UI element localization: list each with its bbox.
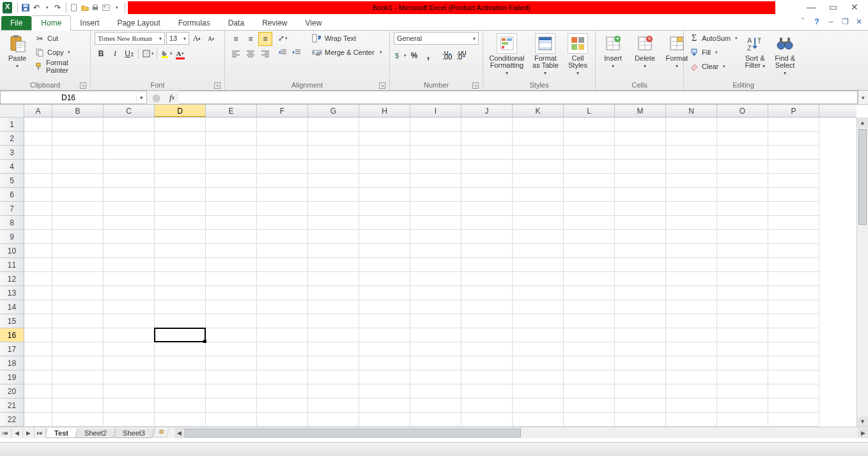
cell[interactable] [717,314,768,328]
cell[interactable] [615,216,666,230]
cell[interactable] [155,202,206,216]
cell[interactable] [410,356,461,370]
fill-color-button[interactable] [160,47,173,60]
cell[interactable] [52,370,104,384]
cell[interactable] [359,160,410,174]
cell[interactable] [24,188,52,202]
cell[interactable] [717,160,768,174]
cell[interactable] [717,188,768,202]
cell[interactable] [768,132,819,146]
cell[interactable] [52,399,104,413]
cell[interactable] [513,160,564,174]
cell[interactable] [564,132,615,146]
doc-minimize-icon[interactable]: – [826,17,836,27]
cell[interactable] [206,174,257,188]
tab-insert[interactable]: Insert [71,16,108,30]
merge-center-button[interactable]: aMerge & Center▾ [311,46,384,59]
increase-indent-icon[interactable] [290,46,303,59]
cell[interactable] [257,370,308,384]
cell[interactable] [359,399,410,413]
cell[interactable] [717,328,768,342]
cell[interactable] [52,413,104,427]
cell[interactable] [104,188,155,202]
cell[interactable] [52,160,104,174]
cell[interactable] [155,258,206,272]
cell[interactable] [257,160,308,174]
cell[interactable] [410,314,461,328]
cell[interactable] [24,146,52,160]
qat-open-icon[interactable] [80,2,89,13]
minimize-icon[interactable]: — [805,1,817,13]
cell[interactable] [666,328,717,342]
cell[interactable] [308,216,359,230]
cell[interactable] [104,216,155,230]
row-header[interactable]: 16 [0,328,24,342]
cell[interactable] [666,413,717,427]
cell[interactable] [308,413,359,427]
cell[interactable] [564,399,615,413]
scroll-left-icon[interactable]: ◀ [174,428,185,438]
cell[interactable] [206,258,257,272]
cell[interactable] [615,328,666,342]
cell[interactable] [513,146,564,160]
cell[interactable] [513,413,564,427]
cell[interactable] [257,146,308,160]
cell[interactable] [410,160,461,174]
cell[interactable] [155,328,206,342]
cell[interactable] [513,314,564,328]
cell[interactable] [564,342,615,356]
cell[interactable] [104,202,155,216]
doc-close-icon[interactable]: ✕ [854,17,864,27]
cell[interactable] [615,314,666,328]
paste-button[interactable]: Paste ▾ [4,32,31,70]
cell[interactable] [410,188,461,202]
comma-button[interactable]: , [422,49,435,62]
autosum-button[interactable]: ΣAutoSum▾ [688,32,739,45]
cell[interactable] [257,286,308,300]
row-header[interactable]: 2 [0,132,24,146]
cell[interactable] [717,356,768,370]
cell[interactable] [52,286,104,300]
cell[interactable] [359,314,410,328]
row-header[interactable]: 10 [0,244,24,258]
cell[interactable] [717,244,768,258]
cell[interactable] [768,342,819,356]
sheet-tab[interactable]: Test [45,429,77,438]
new-sheet-icon[interactable]: ✲ [153,427,169,437]
dialog-launcher-icon[interactable]: ↘ [214,82,221,89]
conditional-formatting-button[interactable]: ConditionalFormatting ▾ [487,32,527,78]
cell[interactable] [615,286,666,300]
cell[interactable] [24,132,52,146]
insert-cells-button[interactable]: + Insert▾ [600,32,626,70]
vertical-scrollbar[interactable]: ▲ ▼ [856,118,868,427]
help-icon[interactable]: ? [812,17,822,27]
column-header[interactable]: L [564,105,615,117]
cell[interactable] [206,399,257,413]
cell[interactable] [206,230,257,244]
cell[interactable] [564,146,615,160]
column-header[interactable]: E [206,105,257,117]
cell[interactable] [461,328,513,342]
cell[interactable] [513,216,564,230]
cell[interactable] [410,328,461,342]
column-header[interactable]: G [308,105,359,117]
cell[interactable] [155,399,206,413]
tab-data[interactable]: Data [219,16,253,30]
cell[interactable] [24,202,52,216]
cell[interactable] [257,314,308,328]
format-painter-button[interactable]: Format Painter [33,60,86,73]
scroll-thumb[interactable] [858,129,867,225]
cell[interactable] [615,174,666,188]
cell[interactable] [308,174,359,188]
row-header[interactable]: 1 [0,118,24,132]
column-header[interactable]: O [717,105,768,117]
cell[interactable] [461,188,513,202]
horizontal-scrollbar[interactable]: ◀ ▶ [174,427,868,438]
cell[interactable] [308,286,359,300]
decrease-indent-icon[interactable] [276,46,289,59]
cell[interactable] [564,272,615,286]
cell[interactable] [359,118,410,132]
cell[interactable] [359,384,410,399]
cell[interactable] [24,356,52,370]
cell[interactable] [564,286,615,300]
